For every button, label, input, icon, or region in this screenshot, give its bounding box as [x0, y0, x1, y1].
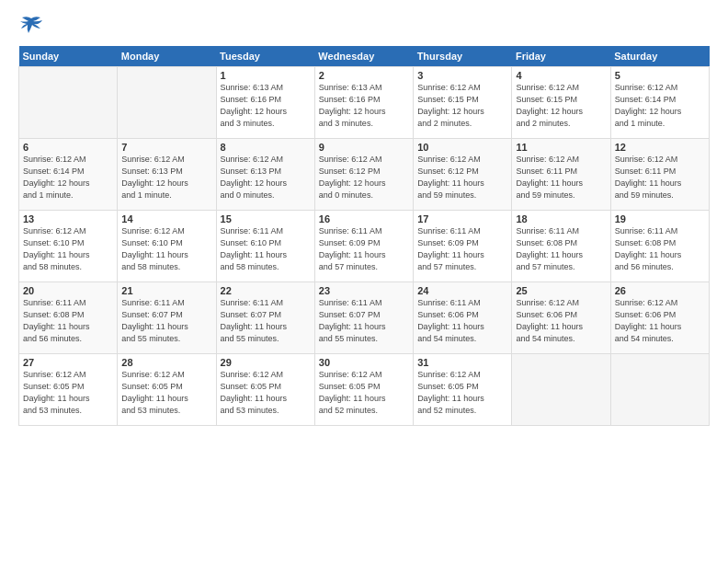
day-info: Sunrise: 6:11 AM Sunset: 6:08 PM Dayligh… — [23, 297, 113, 345]
calendar-cell: 18Sunrise: 6:11 AM Sunset: 6:08 PM Dayli… — [512, 211, 610, 282]
day-info: Sunrise: 6:11 AM Sunset: 6:07 PM Dayligh… — [221, 297, 311, 345]
day-info: Sunrise: 6:11 AM Sunset: 6:08 PM Dayligh… — [615, 225, 705, 273]
calendar-page: SundayMondayTuesdayWednesdayThursdayFrid… — [0, 0, 728, 563]
day-number: 26 — [615, 285, 705, 296]
weekday-header-friday: Friday — [512, 46, 610, 67]
calendar-cell: 29Sunrise: 6:12 AM Sunset: 6:05 PM Dayli… — [216, 354, 314, 426]
calendar-cell — [118, 67, 216, 139]
day-number: 13 — [23, 213, 113, 224]
calendar-cell: 20Sunrise: 6:11 AM Sunset: 6:08 PM Dayli… — [19, 282, 118, 354]
day-number: 19 — [615, 213, 705, 224]
day-number: 25 — [516, 285, 606, 296]
week-row-3: 13Sunrise: 6:12 AM Sunset: 6:10 PM Dayli… — [19, 211, 710, 282]
calendar-cell — [512, 354, 610, 426]
calendar-table: SundayMondayTuesdayWednesdayThursdayFrid… — [18, 46, 710, 426]
calendar-cell: 19Sunrise: 6:11 AM Sunset: 6:08 PM Dayli… — [610, 211, 709, 282]
weekday-header-row: SundayMondayTuesdayWednesdayThursdayFrid… — [19, 46, 710, 67]
day-info: Sunrise: 6:12 AM Sunset: 6:12 PM Dayligh… — [417, 154, 507, 201]
calendar-cell: 9Sunrise: 6:12 AM Sunset: 6:12 PM Daylig… — [314, 139, 413, 211]
calendar-cell: 15Sunrise: 6:11 AM Sunset: 6:10 PM Dayli… — [216, 211, 314, 282]
day-info: Sunrise: 6:13 AM Sunset: 6:16 PM Dayligh… — [319, 82, 409, 130]
calendar-cell: 10Sunrise: 6:12 AM Sunset: 6:12 PM Dayli… — [414, 139, 512, 211]
day-info: Sunrise: 6:13 AM Sunset: 6:16 PM Dayligh… — [221, 82, 311, 130]
day-number: 1 — [221, 70, 311, 81]
day-info: Sunrise: 6:12 AM Sunset: 6:15 PM Dayligh… — [516, 82, 606, 130]
day-number: 11 — [516, 142, 606, 153]
weekday-header-monday: Monday — [118, 46, 216, 67]
calendar-cell: 16Sunrise: 6:11 AM Sunset: 6:09 PM Dayli… — [314, 211, 413, 282]
calendar-cell: 3Sunrise: 6:12 AM Sunset: 6:15 PM Daylig… — [414, 67, 512, 139]
weekday-header-wednesday: Wednesday — [314, 46, 413, 67]
calendar-cell: 17Sunrise: 6:11 AM Sunset: 6:09 PM Dayli… — [414, 211, 512, 282]
day-number: 30 — [319, 357, 409, 368]
calendar-cell: 4Sunrise: 6:12 AM Sunset: 6:15 PM Daylig… — [512, 67, 610, 139]
day-number: 12 — [615, 142, 705, 153]
weekday-header-tuesday: Tuesday — [216, 46, 314, 67]
day-number: 23 — [319, 285, 409, 296]
calendar-cell: 21Sunrise: 6:11 AM Sunset: 6:07 PM Dayli… — [118, 282, 216, 354]
day-number: 5 — [615, 70, 705, 81]
day-info: Sunrise: 6:12 AM Sunset: 6:05 PM Dayligh… — [121, 369, 211, 417]
calendar-cell: 1Sunrise: 6:13 AM Sunset: 6:16 PM Daylig… — [216, 67, 314, 139]
day-number: 14 — [121, 213, 211, 224]
day-number: 4 — [516, 70, 606, 81]
day-info: Sunrise: 6:11 AM Sunset: 6:07 PM Dayligh… — [121, 297, 211, 345]
calendar-cell: 27Sunrise: 6:12 AM Sunset: 6:05 PM Dayli… — [19, 354, 118, 426]
day-number: 15 — [221, 213, 311, 224]
week-row-4: 20Sunrise: 6:11 AM Sunset: 6:08 PM Dayli… — [19, 282, 710, 354]
header — [18, 15, 710, 37]
calendar-cell: 12Sunrise: 6:12 AM Sunset: 6:11 PM Dayli… — [610, 139, 709, 211]
calendar-cell: 5Sunrise: 6:12 AM Sunset: 6:14 PM Daylig… — [610, 67, 709, 139]
calendar-cell: 28Sunrise: 6:12 AM Sunset: 6:05 PM Dayli… — [118, 354, 216, 426]
day-number: 20 — [23, 285, 113, 296]
day-number: 29 — [221, 357, 311, 368]
day-number: 8 — [221, 142, 311, 153]
calendar-cell: 26Sunrise: 6:12 AM Sunset: 6:06 PM Dayli… — [610, 282, 709, 354]
week-row-1: 1Sunrise: 6:13 AM Sunset: 6:16 PM Daylig… — [19, 67, 710, 139]
day-info: Sunrise: 6:11 AM Sunset: 6:09 PM Dayligh… — [319, 225, 409, 273]
week-row-2: 6Sunrise: 6:12 AM Sunset: 6:14 PM Daylig… — [19, 139, 710, 211]
day-number: 2 — [319, 70, 409, 81]
weekday-header-saturday: Saturday — [610, 46, 709, 67]
calendar-cell: 31Sunrise: 6:12 AM Sunset: 6:05 PM Dayli… — [414, 354, 512, 426]
day-number: 24 — [417, 285, 507, 296]
day-info: Sunrise: 6:12 AM Sunset: 6:15 PM Dayligh… — [417, 82, 507, 130]
day-info: Sunrise: 6:12 AM Sunset: 6:06 PM Dayligh… — [516, 297, 606, 345]
calendar-cell: 11Sunrise: 6:12 AM Sunset: 6:11 PM Dayli… — [512, 139, 610, 211]
day-info: Sunrise: 6:12 AM Sunset: 6:13 PM Dayligh… — [221, 154, 311, 201]
day-info: Sunrise: 6:12 AM Sunset: 6:11 PM Dayligh… — [516, 154, 606, 201]
day-number: 21 — [121, 285, 211, 296]
calendar-cell: 22Sunrise: 6:11 AM Sunset: 6:07 PM Dayli… — [216, 282, 314, 354]
day-number: 9 — [319, 142, 409, 153]
calendar-cell: 30Sunrise: 6:12 AM Sunset: 6:05 PM Dayli… — [314, 354, 413, 426]
calendar-cell — [19, 67, 118, 139]
day-info: Sunrise: 6:11 AM Sunset: 6:09 PM Dayligh… — [417, 225, 507, 273]
calendar-cell: 2Sunrise: 6:13 AM Sunset: 6:16 PM Daylig… — [314, 67, 413, 139]
calendar-cell: 14Sunrise: 6:12 AM Sunset: 6:10 PM Dayli… — [118, 211, 216, 282]
day-number: 10 — [417, 142, 507, 153]
day-info: Sunrise: 6:12 AM Sunset: 6:05 PM Dayligh… — [417, 369, 507, 417]
calendar-cell — [610, 354, 709, 426]
day-info: Sunrise: 6:12 AM Sunset: 6:11 PM Dayligh… — [615, 154, 705, 201]
day-info: Sunrise: 6:11 AM Sunset: 6:06 PM Dayligh… — [417, 297, 507, 345]
day-info: Sunrise: 6:12 AM Sunset: 6:05 PM Dayligh… — [319, 369, 409, 417]
day-info: Sunrise: 6:12 AM Sunset: 6:10 PM Dayligh… — [121, 225, 211, 273]
day-number: 22 — [221, 285, 311, 296]
day-info: Sunrise: 6:11 AM Sunset: 6:08 PM Dayligh… — [516, 225, 606, 273]
day-info: Sunrise: 6:12 AM Sunset: 6:13 PM Dayligh… — [121, 154, 211, 201]
calendar-cell: 8Sunrise: 6:12 AM Sunset: 6:13 PM Daylig… — [216, 139, 314, 211]
day-info: Sunrise: 6:12 AM Sunset: 6:14 PM Dayligh… — [615, 82, 705, 130]
day-info: Sunrise: 6:12 AM Sunset: 6:12 PM Dayligh… — [319, 154, 409, 201]
logo — [18, 15, 48, 37]
day-number: 31 — [417, 357, 507, 368]
logo-icon — [18, 15, 44, 37]
calendar-cell: 7Sunrise: 6:12 AM Sunset: 6:13 PM Daylig… — [118, 139, 216, 211]
day-number: 3 — [417, 70, 507, 81]
day-info: Sunrise: 6:11 AM Sunset: 6:07 PM Dayligh… — [319, 297, 409, 345]
calendar-cell: 24Sunrise: 6:11 AM Sunset: 6:06 PM Dayli… — [414, 282, 512, 354]
day-number: 27 — [23, 357, 113, 368]
weekday-header-thursday: Thursday — [414, 46, 512, 67]
week-row-5: 27Sunrise: 6:12 AM Sunset: 6:05 PM Dayli… — [19, 354, 710, 426]
day-info: Sunrise: 6:12 AM Sunset: 6:14 PM Dayligh… — [23, 154, 113, 201]
calendar-cell: 23Sunrise: 6:11 AM Sunset: 6:07 PM Dayli… — [314, 282, 413, 354]
